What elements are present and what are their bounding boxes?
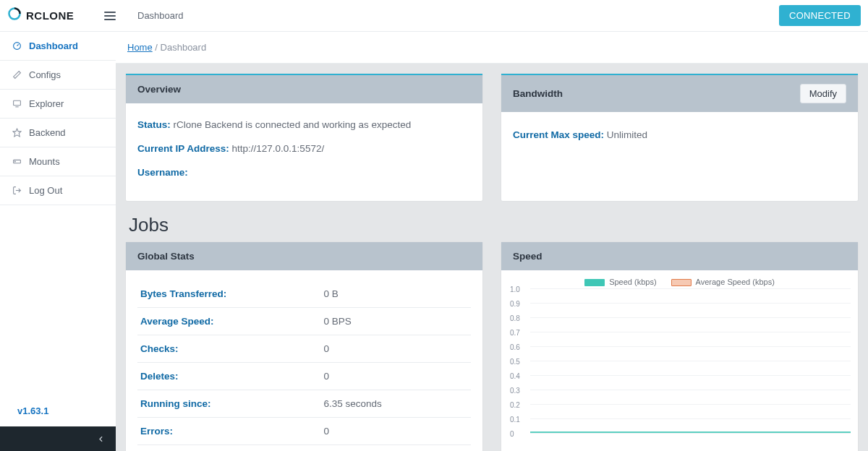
sidebar-item-label: Configs [29,69,61,80]
logo-text: RCLONE [26,9,74,22]
stats-row: Transfers:0 [137,445,471,452]
sidebar-item-backend[interactable]: Backend [0,119,116,147]
connection-status-button[interactable]: CONNECTED [779,5,861,26]
bandwidth-title: Bandwidth [513,88,563,99]
chart-ytick: 0.5 [510,358,520,366]
speed-title: Speed [513,251,542,262]
breadcrumb-home[interactable]: Home [127,42,153,53]
breadcrumb-sep: / [155,42,160,53]
stats-key: Checks: [137,335,321,363]
bandwidth-card: Bandwidth Modify Current Max speed: Unli… [501,74,858,201]
legend-speed-label: Speed (kbps) [609,278,656,286]
chart-ytick: 0.7 [510,329,520,337]
chart-gridline [530,418,851,419]
chart-ytick: 0 [510,430,514,438]
chart-ytick: 0.4 [510,372,520,380]
chart-gridline [530,332,851,332]
stats-value: 0 B [321,280,471,308]
main-area: Home / Dashboard Overview Status: rClone… [116,32,868,451]
ip-label: Current IP Address: [137,143,229,154]
stats-key: Bytes Transferred: [137,280,321,308]
chart-ytick: 0.8 [510,314,520,322]
svg-rect-2 [13,100,20,106]
star-icon [12,128,22,137]
chart-gridline [530,288,851,289]
stats-key: Running since: [137,390,321,418]
logout-icon [12,186,22,195]
chart-legend: Speed (kbps) Average Speed (kbps) [509,278,851,286]
stats-key: Errors: [137,418,321,445]
global-stats-table: Bytes Transferred:0 BAverage Speed:0 BPS… [137,280,471,451]
chart-ytick: 0.3 [510,387,520,395]
chart-gridline [530,317,851,318]
sidebar-item-label: Dashboard [29,40,78,51]
stats-value: 0 [321,418,471,445]
stats-row: Errors:0 [137,418,471,445]
chart-gridline [530,433,851,434]
edit-icon [12,70,22,80]
logo-icon [7,7,22,25]
monitor-icon [12,99,22,108]
global-stats-header: Global Stats [126,242,482,270]
status-value: rClone Backend is connected and working … [174,119,412,130]
topbar: RCLONE Dashboard CONNECTED [0,0,868,32]
stats-row: Checks:0 [137,335,471,363]
stats-value: 0 BPS [321,308,471,335]
chart-ytick: 0.2 [510,401,520,409]
chevron-left-icon [96,434,106,444]
chart-ytick: 0.9 [510,300,520,308]
sidebar-item-label: Mounts [29,156,60,167]
sidebar-item-mounts[interactable]: Mounts [0,147,116,176]
svg-point-5 [14,161,15,162]
sidebar: DashboardConfigsExplorerBackendMountsLog… [0,32,116,451]
svg-marker-3 [13,129,21,137]
legend-swatch-avg-icon [671,279,692,286]
chart-gridline [530,303,851,304]
sidebar-item-label: Log Out [29,185,62,196]
stats-row: Average Speed:0 BPS [137,308,471,335]
hdd-icon [12,157,22,166]
chart-ytick: 0.1 [510,416,520,424]
menu-toggle-button[interactable] [100,7,120,25]
legend-swatch-speed-icon [584,279,605,286]
chart-ytick: 0.6 [510,343,520,351]
stats-key: Transfers: [137,445,321,452]
breadcrumb: Home / Dashboard [116,32,868,64]
sidebar-collapse-button[interactable] [0,426,116,451]
legend-avg-label: Average Speed (kbps) [696,278,775,286]
chart-gridline [530,346,851,347]
stats-value: 6.35 seconds [321,390,471,418]
stats-key: Deletes: [137,363,321,390]
stats-row: Running since:6.35 seconds [137,390,471,418]
ip-value: http://127.0.0.1:5572/ [232,143,325,154]
maxspeed-value: Unlimited [607,129,647,140]
sidebar-item-explorer[interactable]: Explorer [0,90,116,119]
sidebar-nav: DashboardConfigsExplorerBackendMountsLog… [0,32,116,205]
sidebar-item-dashboard[interactable]: Dashboard [0,32,116,61]
stats-value: 0 [321,363,471,390]
global-stats-title: Global Stats [137,251,195,262]
username-label: Username: [137,167,188,178]
chart-ytick: 1.0 [510,285,520,293]
bandwidth-card-header: Bandwidth Modify [501,74,858,112]
speed-card: Speed Speed (kbps) Average Speed (kbps) … [501,242,858,451]
chart-gridline [530,390,851,390]
speed-card-header: Speed [501,242,858,270]
status-label: Status: [137,119,171,130]
chart-gridline [530,375,851,376]
app-logo[interactable]: RCLONE [7,7,94,25]
sidebar-item-label: Explorer [29,98,64,109]
maxspeed-label: Current Max speed: [513,129,604,140]
stats-key: Average Speed: [137,308,321,335]
speedometer-icon [12,41,22,51]
breadcrumb-current: Dashboard [161,42,207,53]
sidebar-item-label: Backend [29,127,66,138]
sidebar-item-configs[interactable]: Configs [0,61,116,90]
modify-bandwidth-button[interactable]: Modify [800,84,846,103]
jobs-section-title: Jobs [129,214,858,236]
sidebar-item-log-out[interactable]: Log Out [0,176,116,205]
overview-card: Overview Status: rClone Backend is conne… [126,74,482,201]
chart-gridline [530,404,851,405]
page-title: Dashboard [137,10,184,21]
chart-gridline [530,361,851,361]
